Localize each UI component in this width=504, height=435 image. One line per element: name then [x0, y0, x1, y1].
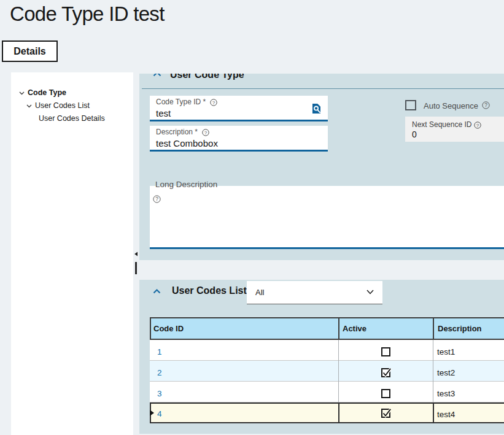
svg-text:?: ?	[476, 123, 479, 128]
svg-text:?: ?	[484, 102, 487, 108]
svg-text:?: ?	[204, 130, 207, 136]
svg-text:?: ?	[212, 100, 215, 106]
svg-text:?: ?	[155, 196, 158, 202]
